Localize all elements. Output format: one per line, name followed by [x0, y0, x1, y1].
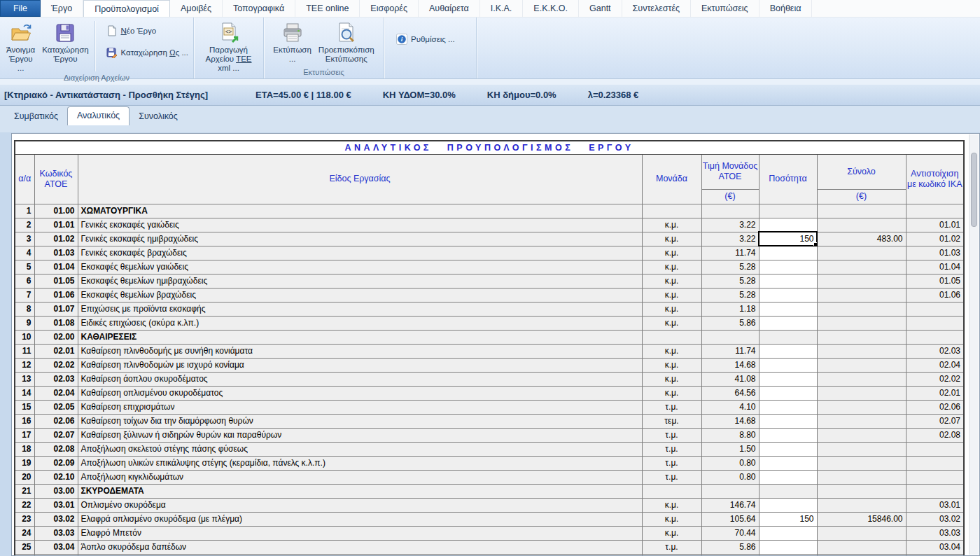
cell-num[interactable]: 3	[15, 232, 34, 246]
cell-total[interactable]	[817, 456, 906, 470]
cell-num[interactable]: 15	[15, 400, 34, 414]
cell-code[interactable]: 03.04	[34, 540, 78, 554]
cell-desc[interactable]: Καθαίρεση ξύλινων ή σιδηρών θυρών και πα…	[78, 428, 642, 442]
cell-num[interactable]: 13	[15, 372, 34, 386]
cell-total[interactable]	[817, 288, 906, 302]
cell-unit[interactable]: κ.μ.	[642, 316, 701, 330]
cell-num[interactable]: 14	[15, 386, 34, 400]
cell-unit[interactable]: κ.μ.	[642, 288, 701, 302]
cell-desc[interactable]: ΣΚΥΡΟΔΕΜΑΤΑ	[78, 484, 642, 498]
cell-ika[interactable]: 03.04	[906, 540, 964, 554]
cell-price[interactable]: 0.80	[701, 456, 759, 470]
cell-qty[interactable]	[759, 428, 817, 442]
cell-ika[interactable]: 02.04	[906, 358, 964, 372]
cell-unit[interactable]: κ.μ.	[642, 526, 701, 540]
cell-desc[interactable]: Καθαίρεση τοίχων δια την διαμόρφωση θυρώ…	[78, 414, 642, 428]
cell-ika[interactable]	[906, 442, 964, 456]
cell-unit[interactable]: κ.μ.	[642, 302, 701, 316]
cell-total[interactable]	[817, 484, 906, 498]
cell-code[interactable]: 03.01	[34, 498, 78, 512]
cell-total[interactable]	[817, 246, 906, 260]
menu-tab-2[interactable]: Προϋπολογισμοί	[83, 0, 170, 17]
cell-price[interactable]: 146.74	[701, 498, 759, 512]
cell-num[interactable]: 23	[15, 512, 34, 526]
cell-desc[interactable]: Εκσκαφές θεμελίων γαιώδεις	[78, 260, 642, 274]
cell-ika[interactable]	[906, 316, 964, 330]
cell-qty[interactable]	[759, 526, 817, 540]
menu-tab-12[interactable]: Εκτυπώσεις	[691, 0, 760, 17]
cell-total[interactable]	[817, 344, 906, 358]
cell-total[interactable]	[817, 442, 906, 456]
menu-tab-1[interactable]: Έργο	[41, 0, 83, 17]
cell-code[interactable]: 02.07	[34, 428, 78, 442]
cell-num[interactable]: 18	[15, 442, 34, 456]
cell-code[interactable]: 01.05	[34, 274, 78, 288]
cell-unit[interactable]: τ.μ.	[642, 400, 701, 414]
menu-tab-13[interactable]: Βοήθεια	[760, 0, 813, 17]
cell-price[interactable]: 0.80	[701, 470, 759, 484]
cell-desc[interactable]: Εκσκαφές θεμελίων ημιβραχώδεις	[78, 274, 642, 288]
cell-qty[interactable]	[759, 218, 817, 232]
cell-code[interactable]: 01.08	[34, 316, 78, 330]
cell-qty[interactable]	[759, 246, 817, 260]
cell-desc[interactable]: Γενικές εκσκαφές βραχώδεις	[78, 246, 642, 260]
cell-ika[interactable]	[906, 470, 964, 484]
cell-num[interactable]: 20	[15, 470, 34, 484]
menu-tab-7[interactable]: Αυθαίρετα	[419, 0, 480, 17]
cell-unit[interactable]	[642, 484, 701, 498]
cell-num[interactable]: 25	[15, 540, 34, 554]
cell-price[interactable]: 5.28	[701, 288, 759, 302]
menu-tab-5[interactable]: ΤΕΕ online	[295, 0, 360, 17]
cell-desc[interactable]: Επιχώσεις με προϊόντα εκσκαφής	[78, 302, 642, 316]
new-project-button[interactable]: Νέο Έργο	[104, 25, 190, 37]
cell-qty[interactable]	[759, 456, 817, 470]
cell-ika[interactable]	[906, 330, 964, 344]
cell-total[interactable]	[817, 274, 906, 288]
cell-desc[interactable]: Γενικές εκσκαφές γαιώδεις	[78, 218, 642, 232]
cell-desc[interactable]: Καθαίρεση επιχρισμάτων	[78, 400, 642, 414]
cell-total[interactable]	[817, 498, 906, 512]
cell-num[interactable]: 24	[15, 526, 34, 540]
cell-total[interactable]	[817, 204, 906, 218]
cell-desc[interactable]: ΧΩΜΑΤΟΥΡΓΙΚΑ	[78, 204, 642, 218]
cell-price[interactable]: 105.64	[701, 512, 759, 526]
cell-unit[interactable]: τ.μ.	[642, 470, 701, 484]
cell-price[interactable]: 5.86	[701, 316, 759, 330]
cell-price[interactable]: 41.08	[701, 372, 759, 386]
cell-unit[interactable]: τ.μ.	[642, 442, 701, 456]
cell-code[interactable]: 03.03	[34, 526, 78, 540]
cell-desc[interactable]: Ελαφρά οπλισμένο σκυρόδεμα (με πλέγμα)	[78, 512, 642, 526]
cell-total[interactable]	[817, 428, 906, 442]
cell-unit[interactable]: κ.μ.	[642, 358, 701, 372]
cell-code[interactable]: 01.07	[34, 302, 78, 316]
cell-total[interactable]	[817, 330, 906, 344]
cell-desc[interactable]: Ελαφρό Μπετόν	[78, 526, 642, 540]
cell-price[interactable]: 11.74	[701, 344, 759, 358]
cell-ika[interactable]: 02.01	[906, 386, 964, 400]
cell-qty[interactable]	[759, 442, 817, 456]
cell-price[interactable]	[701, 204, 759, 218]
cell-ika[interactable]: 03.03	[906, 526, 964, 540]
cell-code[interactable]: 01.06	[34, 288, 78, 302]
cell-num[interactable]: 4	[15, 246, 34, 260]
print-preview-button[interactable]: Προεπισκόπιση Εκτύπωσης	[315, 20, 378, 64]
cell-qty[interactable]	[759, 260, 817, 274]
cell-unit[interactable]: κ.μ.	[642, 386, 701, 400]
cell-price[interactable]: 5.86	[701, 540, 759, 554]
menu-tab-4[interactable]: Τοπογραφικά	[223, 0, 295, 17]
cell-desc[interactable]: Εκσκαφές θεμελίων βραχώδεις	[78, 288, 642, 302]
cell-desc[interactable]: Αποξήλωση υλικών επικάλυψης στέγης (κερα…	[78, 456, 642, 470]
cell-ika[interactable]: 01.04	[906, 260, 964, 274]
cell-ika[interactable]: 01.03	[906, 246, 964, 260]
cell-desc[interactable]: Άοπλο σκυρόδεμα δαπέδων	[78, 540, 642, 554]
cell-num[interactable]: 9	[15, 316, 34, 330]
cell-code[interactable]: 02.06	[34, 414, 78, 428]
cell-price[interactable]: 1.18	[701, 302, 759, 316]
cell-total[interactable]	[817, 386, 906, 400]
cell-total[interactable]	[817, 316, 906, 330]
cell-code[interactable]: 02.09	[34, 456, 78, 470]
cell-total[interactable]	[817, 358, 906, 372]
cell-price[interactable]: 3.22	[701, 232, 759, 246]
settings-button[interactable]: i Ρυθμίσεις ...	[394, 33, 457, 46]
cell-desc[interactable]: Καθαίρεση πλινθοδομής με συνήθη κονιάματ…	[78, 344, 642, 358]
